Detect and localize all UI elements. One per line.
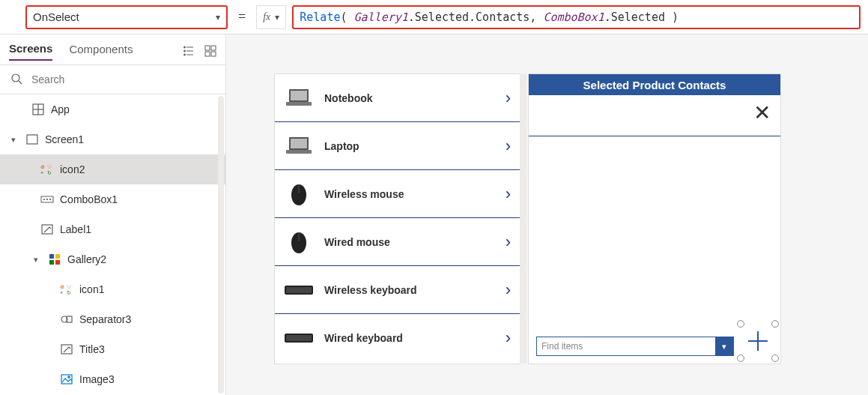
- svg-rect-9: [211, 52, 216, 56]
- svg-text:⊘: ⊘: [60, 284, 64, 289]
- svg-text:+: +: [40, 170, 43, 175]
- selection-handle[interactable]: [737, 355, 744, 362]
- tree-node-app[interactable]: App: [0, 94, 225, 124]
- combobox[interactable]: ▾: [536, 337, 734, 356]
- separator-icon: [60, 313, 73, 325]
- svg-point-23: [49, 199, 50, 199]
- tree-label: Gallery2: [67, 253, 106, 265]
- gallery-item[interactable]: Notebook›: [275, 74, 520, 122]
- svg-rect-8: [205, 52, 210, 56]
- chevron-right-icon[interactable]: ›: [506, 280, 511, 300]
- svg-text:♡: ♡: [47, 164, 52, 169]
- svg-point-5: [184, 54, 186, 55]
- property-selector-value: OnSelect: [33, 10, 79, 23]
- chevron-right-icon[interactable]: ›: [506, 88, 511, 108]
- fx-icon: fx: [263, 11, 270, 23]
- tree-node-label1[interactable]: Label1: [0, 214, 225, 244]
- tree-node-screen1[interactable]: ▾ Screen1: [0, 124, 225, 154]
- gallery-item[interactable]: Wireless keyboard›: [275, 266, 520, 314]
- gallery-item-label: Wired mouse: [324, 236, 495, 248]
- svg-rect-28: [55, 260, 60, 265]
- tree-grid-icon[interactable]: [204, 45, 216, 57]
- tree-node-image3[interactable]: Image3: [0, 364, 225, 394]
- formula-token: Gallery1: [354, 10, 408, 24]
- gallery-item-label: Wireless keyboard: [324, 284, 495, 296]
- tab-screens[interactable]: Screens: [9, 42, 52, 61]
- formula-bar: OnSelect ▾ = fx ▾ Relate( Gallery1.Selec…: [0, 0, 868, 34]
- svg-text:↻: ↻: [47, 170, 52, 175]
- chevron-right-icon[interactable]: ›: [506, 184, 511, 204]
- chevron-down-icon: ▾: [275, 12, 279, 22]
- scrollbar[interactable]: [218, 96, 224, 394]
- product-thumbnail: [284, 325, 314, 351]
- gallery-list[interactable]: Notebook›Laptop›Wireless mouse›Wired mou…: [274, 73, 521, 364]
- tree-node-separator3[interactable]: Separator3: [0, 304, 225, 334]
- selection-handle[interactable]: [737, 320, 744, 328]
- divider: [529, 136, 780, 136]
- selection-handle[interactable]: [771, 320, 779, 328]
- tab-components[interactable]: Components: [69, 43, 133, 60]
- tree-label: ComboBox1: [60, 193, 118, 205]
- chevron-down-icon[interactable]: ▾: [715, 337, 733, 355]
- tree-label: Image3: [79, 373, 115, 385]
- tree-label: Title3: [79, 343, 105, 355]
- property-selector[interactable]: OnSelect ▾: [25, 5, 228, 29]
- selection-handle[interactable]: [771, 355, 779, 362]
- formula-token: .Selected ): [604, 10, 679, 24]
- tree-node-combobox1[interactable]: ComboBox1: [0, 184, 225, 214]
- search-input[interactable]: [30, 73, 215, 86]
- tree-node-icon2[interactable]: ⊘♡+↻ icon2: [0, 154, 225, 184]
- add-icon-control[interactable]: [740, 323, 776, 359]
- gallery-item-label: Wireless mouse: [324, 188, 495, 200]
- svg-rect-51: [286, 335, 312, 341]
- main-area: Screens Components: [0, 34, 868, 395]
- label-icon: [40, 223, 54, 235]
- chevron-down-icon: ▾: [216, 12, 220, 22]
- svg-point-4: [184, 50, 186, 52]
- tree-search[interactable]: [0, 64, 225, 94]
- canvas[interactable]: Notebook›Laptop›Wireless mouse›Wired mou…: [226, 34, 868, 395]
- chevron-right-icon[interactable]: ›: [506, 232, 511, 252]
- tree-label: icon1: [79, 283, 104, 295]
- product-thumbnail: [284, 85, 314, 111]
- svg-point-10: [12, 74, 19, 82]
- svg-text:⊘: ⊘: [40, 164, 45, 169]
- tree-scroll[interactable]: App ▾ Screen1 ⊘♡+↻ icon2 ComboBox1: [0, 94, 225, 395]
- formula-input[interactable]: Relate( Gallery1.Selected.Contacts, Comb…: [292, 5, 861, 29]
- chevron-right-icon[interactable]: ›: [506, 328, 511, 348]
- fx-button[interactable]: fx ▾: [256, 5, 286, 29]
- svg-rect-42: [291, 139, 307, 148]
- gallery-item[interactable]: Wired mouse›: [275, 218, 520, 266]
- expander-icon[interactable]: ▾: [7, 135, 19, 145]
- selected-contacts-card: Selected Product Contacts ✕ ▾: [528, 73, 781, 364]
- app-icon: [31, 103, 45, 115]
- tree-panel: Screens Components: [0, 34, 226, 395]
- card-header: Selected Product Contacts: [529, 74, 780, 95]
- tree-label: Label1: [60, 223, 91, 235]
- svg-rect-40: [286, 102, 312, 106]
- tree-node-gallery2[interactable]: ▾ Gallery2: [0, 244, 225, 274]
- svg-point-3: [184, 46, 186, 48]
- product-thumbnail: [284, 229, 314, 255]
- svg-rect-6: [205, 46, 210, 50]
- tree-node-title3[interactable]: Title3: [0, 334, 225, 364]
- formula-token: ComboBox1: [543, 10, 604, 24]
- gallery-icon: [48, 253, 61, 265]
- tree-node-icon1[interactable]: ⊘♡+↻ icon1: [0, 274, 225, 304]
- gallery-item[interactable]: Laptop›: [275, 122, 520, 170]
- icon-control-icon: ⊘♡+↻: [40, 163, 54, 175]
- close-icon[interactable]: ✕: [747, 98, 776, 127]
- scrollbar[interactable]: [520, 74, 526, 364]
- combobox-input[interactable]: [537, 337, 715, 355]
- expander-icon[interactable]: ▾: [30, 255, 42, 265]
- tree-tabs: Screens Components: [0, 34, 225, 64]
- product-thumbnail: [284, 133, 314, 159]
- chevron-right-icon[interactable]: ›: [506, 136, 511, 156]
- tree-collapse-icon[interactable]: [183, 45, 195, 57]
- screen-icon: [25, 133, 39, 145]
- gallery-item[interactable]: Wired keyboard›: [275, 314, 520, 362]
- gallery-item-label: Laptop: [324, 140, 495, 152]
- gallery-item[interactable]: Wireless mouse›: [275, 170, 520, 218]
- tree-label: icon2: [60, 163, 85, 175]
- svg-point-21: [43, 199, 44, 199]
